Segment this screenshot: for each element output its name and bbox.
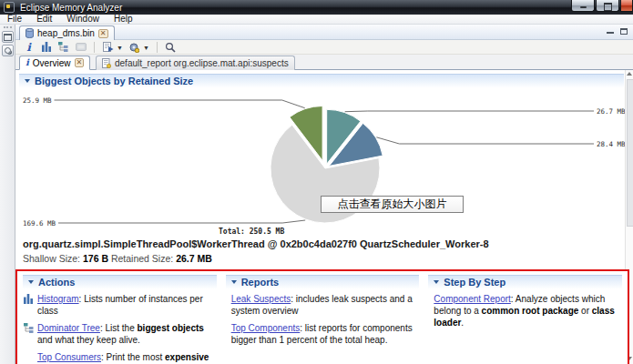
restore-view-button[interactable] — [2, 31, 14, 43]
pie-label-connector — [376, 137, 594, 144]
item-text: biggest objects — [138, 323, 204, 333]
histogram-link[interactable]: Histogram — [37, 294, 79, 304]
scrollbar-thumb[interactable] — [627, 79, 633, 227]
dominator-tree-icon[interactable] — [56, 41, 70, 53]
fast-view-strip — [0, 25, 15, 364]
run-expert-report-icon[interactable] — [101, 41, 115, 53]
editor-area-controls — [607, 28, 628, 35]
menu-window[interactable]: Window — [59, 15, 107, 24]
close-button[interactable] — [620, 0, 633, 12]
pie-label-connector — [345, 111, 594, 112]
list-item: Leak Suspects: includes leak suspects an… — [226, 293, 420, 317]
item-text: : List the — [100, 323, 138, 333]
strip-grip-handle[interactable] — [4, 26, 12, 28]
dropdown-caret-icon[interactable]: ▼ — [143, 45, 149, 51]
maximize-button[interactable] — [596, 0, 619, 12]
actions-section: Actions Histogram: Lists number of insta… — [23, 275, 217, 364]
selected-object-label: org.quartz.simpl.SimpleThreadPool$Worker… — [23, 238, 489, 249]
leak-suspects-link[interactable]: Leak Suspects — [231, 294, 291, 304]
reports-section: Reports Leak Suspects: includes leak sus… — [226, 275, 420, 364]
step-by-step-items: Component Report: Analyze objects which … — [428, 293, 622, 329]
open-query-browser-icon[interactable] — [128, 41, 141, 53]
toolbar-separator — [157, 42, 158, 53]
heap-details-icon[interactable] — [74, 41, 87, 53]
heap-dump-db-icon — [26, 28, 34, 38]
close-tab-icon[interactable]: ✕ — [75, 58, 85, 67]
top-components-link[interactable]: Top Components — [231, 323, 301, 333]
item-text: or — [578, 306, 591, 316]
dropdown-caret-icon[interactable]: ▼ — [117, 45, 123, 51]
section-header-step-by-step[interactable]: Step By Step — [428, 275, 622, 288]
maximize-editor-icon[interactable] — [620, 28, 628, 35]
editor-toolbar: i ▼ ▼ — [15, 40, 633, 55]
eclipse-memory-analyzer-window: { "window": { "title": "Eclipse Memory A… — [0, 0, 633, 364]
list-item: Dominator Tree: List the biggest objects… — [23, 322, 217, 346]
section-header-actions[interactable]: Actions — [23, 275, 217, 288]
editor-tab-heap-dms[interactable]: heap_dms.bin ✕ — [19, 25, 115, 40]
title-bar: Eclipse Memory Analyzer — [0, 0, 633, 15]
section-header-biggest-objects[interactable]: Biggest Objects by Retained Size — [19, 74, 624, 87]
collapse-triangle-icon — [434, 280, 439, 284]
tab-overview-label: Overview — [33, 58, 71, 68]
minimize-editor-icon[interactable] — [607, 32, 614, 34]
section-header-reports[interactable]: Reports — [226, 275, 420, 288]
top-consumers-link[interactable]: Top Consumers — [37, 352, 101, 362]
retained-size-label: Retained Size: — [111, 253, 173, 264]
inspector-view-button[interactable] — [2, 45, 14, 56]
object-size-line: Shallow Size: 176 B Retained Size: 26.7 … — [23, 253, 212, 264]
tab-default-report[interactable]: default_report org.eclipse.mat.api:suspe… — [96, 56, 295, 70]
chart-tooltip: 点击查看原始大小图片 — [321, 196, 464, 213]
item-text: and what they keep alive. — [37, 335, 140, 345]
section-title: Reports — [241, 277, 280, 288]
section-title: Biggest Objects by Retained Size — [35, 76, 193, 86]
scroll-up-icon[interactable] — [627, 72, 632, 76]
item-text: : Print the most — [101, 352, 165, 362]
menu-edit[interactable]: Edit — [29, 15, 59, 24]
editor-tab-label: heap_dms.bin — [37, 28, 95, 38]
restore-icon — [604, 3, 612, 11]
collapse-triangle-icon — [25, 79, 30, 83]
minimize-icon — [580, 6, 587, 8]
pie-chart: 25.9 MB26.7 MB28.4 MB169.6 MBTotal: 250.… — [15, 88, 628, 237]
menu-bar: File Edit Window Help — [0, 15, 633, 25]
component-report-link[interactable]: Component Report — [434, 294, 511, 304]
window-controls — [570, 0, 633, 12]
pie-label-connector — [58, 220, 305, 223]
view-tab-row: i Overview ✕ default_report org.eclipse.… — [15, 55, 633, 70]
actions-items: Histogram: Lists number of instances per… — [23, 293, 217, 364]
view-window-icon — [4, 34, 12, 41]
tab-default-report-label: default_report org.eclipse.mat.api:suspe… — [115, 58, 289, 68]
pie-slice-label: 26.7 MB — [597, 107, 626, 116]
pie-slice-label: 25.9 MB — [23, 96, 52, 105]
info-icon[interactable]: i — [22, 41, 36, 53]
minimize-button[interactable] — [571, 0, 595, 12]
dominator-tree-link[interactable]: Dominator Tree — [37, 323, 100, 333]
info-icon: i — [26, 57, 29, 68]
reports-items: Leak Suspects: includes leak suspects an… — [226, 293, 420, 346]
shallow-size-value: 176 B — [83, 253, 108, 264]
section-title: Step By Step — [444, 277, 505, 288]
dominator-tree-icon — [24, 323, 35, 333]
menu-file[interactable]: File — [0, 15, 29, 24]
item-text: . — [461, 318, 464, 328]
pie-slice-label: 169.6 MB — [23, 219, 56, 228]
report-icon — [102, 58, 111, 68]
close-tab-icon[interactable]: ✕ — [98, 29, 108, 38]
item-text: common root package — [482, 306, 579, 316]
histogram-icon[interactable] — [39, 41, 53, 53]
search-icon[interactable] — [164, 41, 178, 53]
step-by-step-section: Step By Step Component Report: Analyze o… — [428, 275, 622, 364]
window-title: Eclipse Memory Analyzer — [20, 3, 122, 13]
inspector-icon — [5, 47, 11, 54]
list-item: Top Consumers: Print the most expensive … — [23, 351, 217, 364]
tab-overview[interactable]: i Overview ✕ — [19, 56, 90, 70]
overview-pane: Biggest Objects by Retained Size 25.9 MB… — [15, 70, 633, 269]
histogram-icon — [24, 294, 35, 304]
toolbar-separator — [94, 42, 95, 53]
pie-label-connector — [55, 100, 305, 108]
collapse-triangle-icon — [28, 280, 34, 284]
retained-size-value: 26.7 MB — [176, 253, 212, 264]
annotation-red-box: Actions Histogram: Lists number of insta… — [15, 269, 629, 364]
editor-tab-row: heap_dms.bin ✕ — [15, 25, 633, 40]
menu-help[interactable]: Help — [107, 15, 140, 24]
